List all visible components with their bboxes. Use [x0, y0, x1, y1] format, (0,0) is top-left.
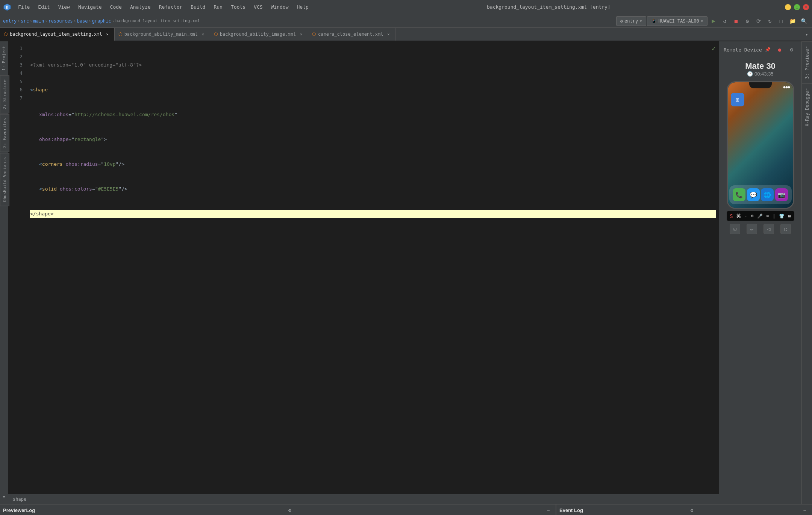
- tab-close-4[interactable]: ×: [385, 31, 391, 37]
- tab-background-layout[interactable]: ⬡ background_layout_item_setting.xml ×: [0, 28, 115, 41]
- phone-bottom-controls: ⊡ ✏ ◁ ○: [727, 224, 794, 234]
- line-num-4: 4: [8, 69, 23, 77]
- breadcrumb-file: background_layout_item_setting.xml: [115, 18, 200, 23]
- previewer-log-title: PreviewerLog: [3, 507, 35, 513]
- rerun-button[interactable]: ↺: [720, 16, 730, 26]
- tab-background-image[interactable]: ⬡ background_ability_image.xml ×: [210, 28, 308, 41]
- run-button[interactable]: ▶: [708, 16, 719, 26]
- code-editor[interactable]: <?xml version="1.0" encoding="utf-8"?> <…: [27, 41, 719, 494]
- svg-text:D: D: [6, 5, 8, 9]
- phone-back-button[interactable]: ◁: [764, 224, 774, 234]
- tab-close-2[interactable]: ×: [200, 31, 206, 37]
- phone-home-button[interactable]: ○: [780, 224, 791, 234]
- menu-refactor[interactable]: Refactor: [155, 3, 186, 11]
- breadcrumb: entry › src › main › resources › base › …: [3, 18, 615, 24]
- run-config-icon: ⚙: [620, 18, 623, 24]
- menu-analyze[interactable]: Analyze: [126, 3, 155, 11]
- breadcrumb-entry[interactable]: entry: [3, 18, 17, 24]
- pin-icon[interactable]: 📌: [762, 44, 773, 55]
- line-numbers: 1 2 3 4 5 6 7: [8, 41, 27, 494]
- folder-button[interactable]: 📁: [787, 16, 798, 26]
- phone-draw-button[interactable]: ✏: [747, 224, 757, 234]
- breadcrumb-src[interactable]: src: [21, 18, 29, 24]
- device-time: 🕐 00:43:35: [747, 71, 773, 77]
- dock-message: 💬: [747, 188, 760, 201]
- menu-window[interactable]: Window: [267, 3, 292, 11]
- line-num-5: 5: [8, 77, 23, 86]
- editor-status-bar: shape: [8, 494, 719, 504]
- previewer-log-panel: PreviewerLog ⚙ − <select device type> ▾ …: [0, 504, 556, 515]
- main-layout: 1: Project ★ 1 2 3 4 5 6 7 <?xml version…: [0, 41, 812, 504]
- sidebar-project-label[interactable]: 1: Project: [0, 43, 8, 74]
- device-icon: 📱: [651, 18, 657, 24]
- build-variants-sidebar-label[interactable]: OhosBuild Variants: [0, 153, 9, 206]
- code-line-1: <?xml version="1.0" encoding="utf-8"?>: [30, 61, 716, 69]
- tab-background-main[interactable]: ⬡ background_ability_main.xml ×: [115, 28, 210, 41]
- menu-vcs[interactable]: VCS: [250, 3, 266, 11]
- menu-code[interactable]: Code: [106, 3, 126, 11]
- menu-build[interactable]: Build: [187, 3, 209, 11]
- remote-settings-icon[interactable]: ⚙: [786, 44, 797, 55]
- dock-browser: 🌐: [761, 188, 774, 201]
- menu-bar: File Edit View Navigate Code Analyze Ref…: [14, 3, 312, 11]
- code-line-4: ohos:shape="rectangle">: [30, 135, 716, 144]
- remote-device-title: Remote Device: [724, 47, 762, 53]
- run-config-chevron: ▾: [639, 18, 642, 24]
- refresh-button[interactable]: ↻: [765, 16, 775, 26]
- title-bar: D File Edit View Navigate Code Analyze R…: [0, 0, 812, 14]
- maximize-button[interactable]: □: [794, 4, 800, 10]
- previewer-sidebar-label[interactable]: 3: Previewer: [802, 41, 812, 83]
- previewer-settings-button[interactable]: ⚙: [286, 506, 294, 515]
- app-logo: D: [3, 3, 11, 11]
- breadcrumb-graphic[interactable]: graphic: [92, 18, 111, 24]
- previewer-close-button[interactable]: −: [544, 506, 553, 515]
- stop-button[interactable]: ■: [731, 16, 741, 26]
- menu-view[interactable]: View: [55, 3, 74, 11]
- device-chevron: ▾: [701, 18, 703, 24]
- menu-run[interactable]: Run: [210, 3, 226, 11]
- phone-dock: 📞 💬 🌐 📷: [729, 185, 792, 204]
- run-config-button[interactable]: ⚙ entry ▾: [616, 16, 647, 26]
- tab-icon-2: ⬡: [118, 32, 122, 37]
- menu-navigate[interactable]: Navigate: [74, 3, 106, 11]
- breadcrumb-resources[interactable]: resources: [48, 18, 73, 24]
- phone-screen: ●●● ⊞ 📞 💬 🌐 📷: [728, 82, 793, 208]
- nav-toolbar: ⚙ entry ▾ 📱 HUAWEI TAS-AL00 ▾ ▶ ↺ ■ ⚙ ⟳ …: [616, 16, 809, 26]
- previewer-log-header: PreviewerLog ⚙ −: [0, 504, 556, 515]
- remote-close-icon[interactable]: ●: [774, 44, 785, 55]
- shuangpin-icon: S: [730, 213, 733, 219]
- editor-tab-bar: ⬡ background_layout_item_setting.xml × ⬡…: [0, 28, 812, 41]
- phone-expand-button[interactable]: ⊡: [730, 224, 740, 234]
- tab-dropdown[interactable]: ▾: [801, 28, 812, 41]
- sidebar-favorites[interactable]: ★: [0, 492, 9, 501]
- close-button[interactable]: ×: [803, 4, 809, 10]
- menu-file[interactable]: File: [14, 3, 33, 11]
- phone-notch: [749, 82, 772, 88]
- event-log-close-button[interactable]: −: [801, 506, 809, 515]
- tab-camera-close[interactable]: ⬡ camera_close_element.xml ×: [308, 28, 395, 41]
- event-log-settings-button[interactable]: ⚙: [688, 506, 696, 515]
- line-num-7: 7: [8, 94, 23, 102]
- tab-close-3[interactable]: ×: [298, 31, 304, 37]
- structure-sidebar-label[interactable]: 2: Structure: [0, 75, 9, 113]
- line-num-3: 3: [8, 61, 23, 69]
- editor-content: 1 2 3 4 5 6 7 <?xml version="1.0" encodi…: [8, 41, 719, 494]
- xray-sidebar-label[interactable]: X-Ray Debugger: [802, 83, 812, 131]
- right-sidebar: 3: Previewer X-Ray Debugger: [801, 41, 812, 504]
- favorites-sidebar-label[interactable]: 2: Favorites: [0, 114, 9, 152]
- settings-button[interactable]: ⚙: [742, 16, 753, 26]
- event-log-title: Event Log: [559, 507, 583, 513]
- menu-help[interactable]: Help: [293, 3, 312, 11]
- breadcrumb-main[interactable]: main: [33, 18, 44, 24]
- device-button[interactable]: 📱 HUAWEI TAS-AL00 ▾: [647, 16, 707, 26]
- menu-edit[interactable]: Edit: [34, 3, 53, 11]
- sync-button[interactable]: ⟳: [753, 16, 764, 26]
- menu-tools[interactable]: Tools: [227, 3, 249, 11]
- breadcrumb-base[interactable]: base: [77, 18, 88, 24]
- tab-close-1[interactable]: ×: [105, 31, 111, 37]
- line-num-1: 1: [8, 44, 23, 53]
- code-line-3: xmlns:ohos="http://schemas.huawei.com/re…: [30, 111, 716, 119]
- square-stop-button[interactable]: □: [776, 16, 786, 26]
- minimize-button[interactable]: −: [785, 4, 791, 10]
- search-button[interactable]: 🔍: [798, 16, 809, 26]
